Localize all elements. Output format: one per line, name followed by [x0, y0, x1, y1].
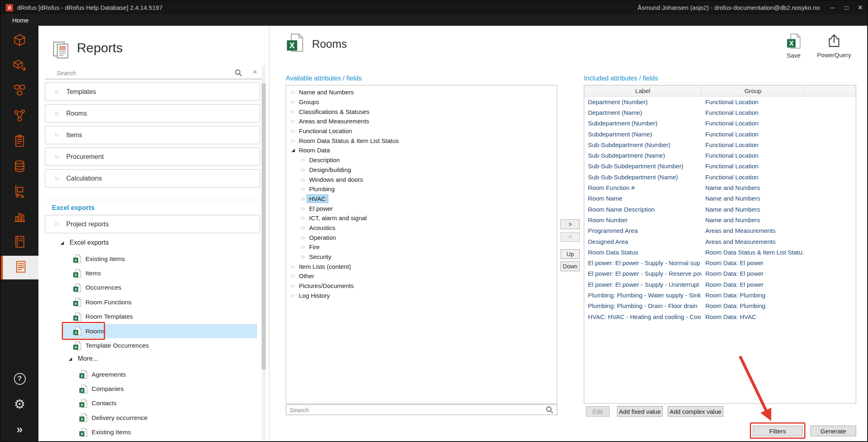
chevron-collapsed-icon[interactable]: ▷ — [300, 225, 307, 230]
tree-item-fire[interactable]: ▷Fire — [286, 242, 557, 252]
tree-item-security[interactable]: ▷Security — [286, 252, 557, 262]
table-row[interactable]: Department (Name)Functional Location — [584, 107, 856, 118]
module-button-cubes[interactable] — [1, 79, 38, 103]
report-category-project-reports[interactable]: ▷ Project reports — [45, 215, 260, 233]
tree-item-groups[interactable]: ▷Groups — [286, 97, 557, 107]
chevron-collapsed-icon[interactable]: ▷ — [289, 274, 297, 278]
chevron-collapsed-icon[interactable]: ▷ — [289, 138, 297, 143]
chevron-collapsed-icon[interactable]: ▷ — [300, 196, 307, 201]
table-row[interactable]: Room Data StatusRoom Data Status & Item … — [584, 247, 856, 257]
report-item-template-occurrences[interactable]: XTemplate Occurrences — [63, 338, 257, 353]
table-row[interactable]: Designed AreaAreas and Measurements — [584, 236, 856, 247]
panel-scrollbar[interactable] — [262, 65, 266, 440]
search-icon[interactable] — [545, 406, 554, 414]
tree-item-item-lists-content[interactable]: ▷Item Lists (content) — [286, 261, 557, 271]
module-button-cube[interactable] — [1, 29, 38, 53]
chevron-collapsed-icon[interactable]: ▷ — [289, 90, 297, 94]
chevron-collapsed-icon[interactable]: ▷ — [300, 245, 307, 249]
table-row[interactable]: Sub-Sub-Subdepartment (Name)Functional L… — [584, 172, 856, 182]
report-item-rooms[interactable]: XRooms — [63, 324, 257, 338]
excel-exports-group-toggle[interactable]: ◢ Excel exports — [58, 239, 109, 246]
chevron-collapsed-icon[interactable]: ▷ — [289, 284, 297, 288]
chevron-expanded-icon[interactable]: ◢ — [289, 148, 297, 152]
tree-item-ict-alarm-and-signal[interactable]: ▷ICT, alarm and signal — [286, 213, 557, 223]
reports-search-input[interactable] — [56, 67, 232, 78]
close-button[interactable]: × — [853, 1, 867, 14]
table-row[interactable]: Subdepartment (Number)Functional Locatio… — [584, 118, 856, 129]
column-header-label[interactable]: Label — [584, 85, 702, 96]
table-row[interactable]: El power: El power - Supply - Uninterrup… — [584, 279, 856, 290]
table-row[interactable]: Room Name DescriptionName and Numbers — [584, 204, 856, 214]
chevron-collapsed-icon[interactable]: ▷ — [300, 206, 307, 211]
column-header-group[interactable]: Group — [702, 85, 805, 96]
table-row[interactable]: Plumbing: Plumbing - Water supply - Sink… — [584, 290, 856, 300]
table-row[interactable]: Programmed AreaAreas and Measurements — [584, 225, 856, 236]
tree-item-design-building[interactable]: ▷Design/building — [286, 165, 557, 175]
tree-item-room-data-status-item-list-status[interactable]: ▷Room Data Status & Item List Status — [286, 136, 557, 145]
tree-item-room-data[interactable]: ◢Room Data — [286, 145, 557, 155]
chevron-collapsed-icon[interactable]: ▷ — [289, 129, 297, 133]
powerquery-button[interactable]: PowerQuery — [817, 33, 851, 58]
remove-attribute-button[interactable]: < — [561, 232, 580, 242]
scrollbar-thumb[interactable] — [262, 83, 266, 369]
tree-item-windows-and-doors[interactable]: ▷Windows and doors — [286, 174, 557, 184]
report-item-agreements[interactable]: XAgreements — [63, 367, 257, 382]
table-row[interactable]: Department (Number)Functional Location — [584, 96, 856, 107]
tree-item-hvac[interactable]: ▷HVAC — [286, 194, 557, 204]
tree-search-input[interactable] — [286, 406, 545, 413]
add-fixed-value-button[interactable]: Add fixed value — [617, 406, 663, 417]
tree-item-other[interactable]: ▷Other — [286, 271, 557, 281]
report-item-companies[interactable]: XCompanies — [63, 382, 257, 396]
chevron-collapsed-icon[interactable]: ▷ — [289, 119, 297, 123]
report-item-delivery-occurrence[interactable]: XDelivery occurrence — [63, 411, 257, 425]
table-row[interactable]: Room Function #Name and Numbers — [584, 182, 856, 193]
tree-item-pictures-documents[interactable]: ▷Pictures/Documents — [286, 281, 557, 291]
table-row[interactable]: Plumbing: Plumbing - Drain - Floor drain… — [584, 301, 856, 311]
report-item-contacts[interactable]: XContacts — [63, 396, 257, 411]
tree-item-log-history[interactable]: ▷Log History — [286, 290, 557, 300]
chevron-collapsed-icon[interactable]: ▷ — [300, 216, 307, 220]
chevron-collapsed-icon[interactable]: ▷ — [300, 187, 307, 191]
report-item-existing-items[interactable]: XExisting Items — [63, 425, 257, 440]
report-item-occurrences[interactable]: XOccurrences — [63, 281, 257, 295]
report-category-items[interactable]: ▷Items — [45, 126, 260, 144]
tree-item-plumbing[interactable]: ▷Plumbing — [286, 184, 557, 194]
report-category-templates[interactable]: ▷Templates — [45, 83, 260, 101]
add-attribute-button[interactable]: > — [561, 219, 580, 229]
module-button-network[interactable] — [1, 105, 38, 128]
chevron-collapsed-icon[interactable]: ▷ — [289, 293, 297, 298]
report-category-calculations[interactable]: ▷Calculations — [45, 169, 260, 188]
chevron-collapsed-icon[interactable]: ▷ — [289, 109, 297, 114]
report-category-procurement[interactable]: ▷Procurement — [45, 147, 260, 166]
table-row[interactable]: Sub-Subdepartment (Number)Functional Loc… — [584, 139, 856, 150]
table-row[interactable]: Sub-Subdepartment (Name)Functional Locat… — [584, 150, 856, 161]
table-row[interactable]: El power: El power - Supply - Reserve po… — [584, 268, 856, 279]
clear-search-icon[interactable]: × — [253, 67, 257, 76]
module-button-clipboard[interactable] — [1, 130, 38, 154]
move-down-button[interactable]: Down — [561, 261, 580, 271]
report-item-room-templates[interactable]: XRoom Templates — [63, 310, 257, 324]
tree-item-name-and-numbers[interactable]: ▷Name and Numbers — [286, 87, 557, 97]
chevron-collapsed-icon[interactable]: ▷ — [289, 264, 297, 269]
table-row[interactable]: Room NameName and Numbers — [584, 193, 856, 204]
module-button-book[interactable] — [1, 231, 38, 254]
table-row[interactable]: HVAC: HVAC - Heating and cooling - CooRo… — [584, 311, 856, 322]
filters-button[interactable]: Filters — [753, 426, 803, 436]
sidebar-help-button[interactable]: ? — [1, 368, 38, 389]
tree-item-el-power[interactable]: ▷El power — [286, 203, 557, 213]
minimize-button[interactable]: ─ — [825, 1, 839, 14]
module-button-database[interactable] — [1, 155, 38, 179]
edit-button[interactable]: Edit — [586, 406, 610, 417]
chevron-collapsed-icon[interactable]: ▷ — [289, 100, 297, 104]
sidebar-gear-button[interactable]: ⚙ — [1, 393, 38, 415]
table-row[interactable]: Subdepartment (Name)Functional Location — [584, 129, 856, 139]
search-icon[interactable] — [234, 69, 242, 78]
sidebar-expand-button[interactable]: » — [1, 419, 38, 440]
report-item-room-functions[interactable]: XRoom Functions — [63, 295, 257, 309]
chevron-collapsed-icon[interactable]: ▷ — [300, 177, 307, 182]
module-button-chart[interactable] — [1, 205, 38, 229]
tree-item-description[interactable]: ▷Description — [286, 155, 557, 165]
more-group-toggle[interactable]: ◢ More... — [67, 355, 98, 362]
add-complex-value-button[interactable]: Add complex value — [668, 406, 723, 417]
chevron-collapsed-icon[interactable]: ▷ — [300, 167, 307, 172]
